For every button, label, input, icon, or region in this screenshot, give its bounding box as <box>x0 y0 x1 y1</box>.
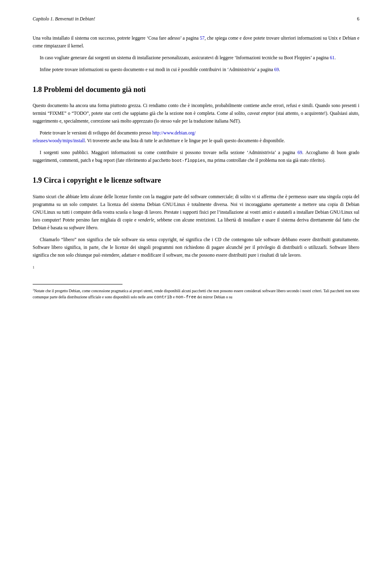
software-libero-text: software libero <box>69 225 97 230</box>
section19-body: Siamo sicuri che abbiate letto alcune de… <box>33 193 359 259</box>
footnote-1: 1Notate che il progetto Debian, come con… <box>33 288 359 300</box>
footnote-ref-container: 1 <box>33 266 359 271</box>
link-page57[interactable]: 57 <box>200 36 205 40</box>
link-line1: http://www.debian.org/ <box>152 130 196 135</box>
link-page69b[interactable]: 69 <box>298 150 303 155</box>
footnote-number-1: 1 <box>33 288 34 291</box>
footnote-rule <box>33 284 122 284</box>
page: Capitolo 1. Benvenuti in Debian! 6 Una v… <box>0 0 392 573</box>
non-free-code: non-free <box>176 295 196 300</box>
link-page69-intro[interactable]: 69 <box>274 67 279 72</box>
chapter-title: Capitolo 1. Benvenuti in Debian! <box>33 16 95 21</box>
caveat-emptor: caveat emptor <box>247 111 274 116</box>
venderle-text: venderle <box>138 217 154 222</box>
intro-para-1: Una volta installato il sistema con succ… <box>33 34 359 50</box>
page-header: Capitolo 1. Benvenuti in Debian! 6 <box>33 16 359 21</box>
link-page61[interactable]: 61 <box>330 55 335 60</box>
page-number: 6 <box>357 16 359 21</box>
boot-floppies-code: boot-floppies <box>172 158 205 163</box>
link-debian-releases[interactable]: http://www.debian.org/releases/woody/mip… <box>33 130 196 143</box>
section18-para-2: Potete trovare le versioni di sviluppo d… <box>33 129 359 145</box>
section18-para-1: Questo documento ha ancora una forma piu… <box>33 102 359 125</box>
intro-section: Una volta installato il sistema con succ… <box>33 34 359 74</box>
contrib-code: contrib <box>154 295 172 300</box>
intro-para-2: In caso vogliate generare dai sorgenti u… <box>33 54 359 62</box>
footnote-ref-1: 1 <box>33 266 34 269</box>
section19-para-1: Siamo sicuri che abbiate letto alcune de… <box>33 193 359 232</box>
section19-para-2: Chiamarlo “libero” non significa che tal… <box>33 236 359 259</box>
section19-heading: 1.9 Circa i copyright e le licenze softw… <box>33 176 359 185</box>
section18-body: Questo documento ha ancora una forma piu… <box>33 102 359 164</box>
section18-heading: 1.8 Problemi del documento già noti <box>33 85 359 94</box>
link-line2: releases/woody/mips/install <box>33 138 85 143</box>
intro-para-3: Infine potete trovare informazioni su qu… <box>33 66 359 74</box>
section18-para-3: I sorgenti sono pubblici. Maggiori infor… <box>33 149 359 164</box>
